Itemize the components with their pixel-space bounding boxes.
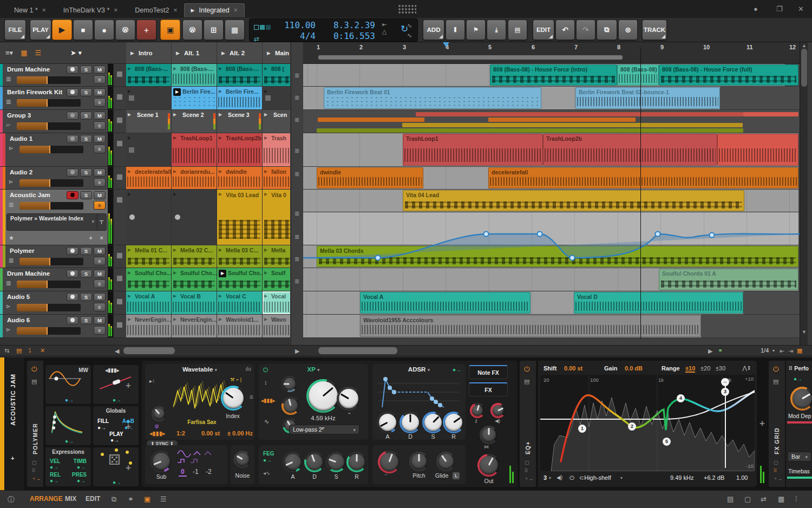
clip-slot[interactable]: ▶: [126, 87, 171, 109]
clip-play-icon[interactable]: ▶: [219, 192, 222, 197]
eq-point-2[interactable]: 2: [628, 422, 636, 431]
play-label[interactable]: PLAY: [109, 431, 123, 437]
track-name[interactable]: Berlin Firework Kit: [7, 89, 62, 95]
band-q[interactable]: 1.00: [736, 474, 748, 481]
stop-clips-button[interactable]: [113, 87, 126, 109]
clip-play-icon[interactable]: ▶: [173, 88, 181, 96]
clip-slot[interactable]: ▶ Mella 02 C...: [172, 245, 217, 268]
eq-handle-icon[interactable]: ⇔: [721, 378, 729, 386]
volume-fader[interactable]: [17, 122, 81, 130]
phase-icon[interactable]: φ: [155, 422, 159, 429]
project-tab[interactable]: New 1 * ×: [3, 3, 53, 17]
play-route-icon[interactable]: ●→: [110, 437, 119, 443]
feg-label[interactable]: FEG: [263, 451, 274, 457]
filter-drive-icon[interactable]: ↕: [264, 379, 267, 386]
clip-stop-icon[interactable]: [265, 95, 271, 101]
track-scene-menu-icon[interactable]: ≣: [291, 210, 303, 217]
link-icon[interactable]: ⚭: [128, 495, 134, 503]
feg-release-knob[interactable]: [346, 452, 367, 472]
arranger-clip[interactable]: [416, 112, 743, 116]
undo-icon[interactable]: ↶: [555, 19, 575, 40]
mute-button[interactable]: M: [94, 66, 106, 74]
filter-keytrack-icon[interactable]: ◂▮▮▮▸: [261, 398, 276, 403]
range-30[interactable]: ±30: [716, 365, 725, 372]
spectrum-icon[interactable]: ılıı: [245, 366, 251, 372]
record-arm-button[interactable]: [67, 247, 78, 255]
clip-play-icon[interactable]: ▶: [219, 169, 222, 174]
volume-fader[interactable]: [17, 99, 81, 107]
clip-slot[interactable]: ▶ Vocal C: [217, 291, 262, 314]
grid-view-icon[interactable]: ▦: [21, 49, 27, 57]
zoom-next-icon[interactable]: ⇥: [788, 348, 793, 355]
range-20[interactable]: ±20: [700, 365, 710, 372]
rel-label[interactable]: REL: [50, 472, 61, 478]
volume-fader[interactable]: [19, 179, 83, 187]
mod-expressions-cell[interactable]: Expressions VEL TIMB ●→ ●→ REL PRES ●→ ●…: [45, 447, 91, 486]
chevron-down-icon[interactable]: ▾: [620, 476, 623, 480]
mod-globals-cell[interactable]: Globals FILL ●→ A◆B ●→ PLAY ●→: [93, 406, 139, 445]
list-edit-icon[interactable]: ▤: [16, 347, 22, 354]
play-menu-button[interactable]: PLAY: [30, 19, 51, 40]
pin-icon[interactable]: ⊤: [97, 214, 106, 230]
clip-slot[interactable]: ▶ Scene 1: [126, 110, 171, 133]
filter-cutoff-knob[interactable]: [306, 379, 340, 413]
record-arm-button[interactable]: [67, 293, 78, 301]
stop-clips-button[interactable]: [113, 64, 126, 86]
fill-button-icon[interactable]: ▦: [225, 19, 245, 40]
clip-slot[interactable]: ▶ dwindle: [217, 167, 262, 189]
track-menu-button[interactable]: TRACK: [642, 19, 667, 40]
flag-icon[interactable]: ⚑: [466, 19, 486, 40]
clip-play-icon[interactable]: ▶: [128, 294, 131, 298]
zoom-prev-icon[interactable]: ⇤: [780, 348, 784, 355]
remote-controls-icon[interactable]: ▢: [32, 460, 37, 465]
amp-decay-knob[interactable]: [400, 412, 421, 433]
arranger-clip[interactable]: 808 (Bass-08): [617, 64, 659, 86]
clip-play-icon[interactable]: ▶: [264, 317, 267, 322]
clip-slot[interactable]: ▶: [263, 87, 290, 109]
arranger-clip[interactable]: [317, 128, 743, 133]
arranger-clip[interactable]: Berlin Firework Beat 02-bounce-1: [575, 87, 720, 109]
crossfade-arrows-icon[interactable]: ⇄: [254, 35, 277, 43]
track-name[interactable]: Audio 1: [10, 135, 32, 142]
wavetable-index-knob[interactable]: [221, 386, 246, 411]
track-scene-menu-icon[interactable]: ≣: [291, 233, 303, 240]
clip-slot[interactable]: ▶ Scene 2: [172, 110, 217, 133]
feg-sustain-knob[interactable]: [326, 452, 346, 472]
mod-random-cell[interactable]: ⚄ ●→: [93, 447, 139, 486]
mute-button[interactable]: M: [94, 191, 106, 199]
keytrack-toggle-icons[interactable]: ⚒ ⌁ |: [230, 377, 241, 382]
osc-type-select[interactable]: Wavetable: [182, 366, 213, 373]
sub-oct-2[interactable]: -2: [206, 468, 212, 476]
filter-drive-knob[interactable]: [281, 376, 298, 392]
band-count[interactable]: 3: [543, 474, 547, 481]
scroll-left-icon[interactable]: ◀: [115, 348, 119, 355]
sub-knob[interactable]: [150, 451, 172, 472]
filter-env-icon[interactable]: ∿: [264, 418, 269, 425]
edit-menu-button[interactable]: EDIT: [533, 19, 554, 40]
device-panel-toggle-icon[interactable]: ▣: [144, 495, 150, 503]
vertical-scrollbar[interactable]: ▲ ▼: [800, 42, 808, 345]
record-arm-button[interactable]: [67, 135, 78, 143]
clip-queue-button[interactable]: ≡: [94, 279, 106, 288]
automation-star-icon[interactable]: ★: [9, 235, 14, 242]
arranger-clip[interactable]: TrashLoop2b: [543, 134, 717, 166]
clip-play-icon[interactable]: ▶: [219, 135, 222, 140]
record-arm-button[interactable]: [67, 112, 78, 120]
volume-fader[interactable]: [19, 146, 83, 153]
clip-slot[interactable]: ▶ deceleratefall: [126, 167, 171, 189]
output-knob[interactable]: [477, 454, 500, 477]
pres-route-icon[interactable]: ●→: [77, 478, 86, 484]
track-name[interactable]: Acoustic Jam: [10, 192, 50, 198]
pan-knob[interactable]: [480, 426, 498, 444]
clip-play-icon[interactable]: ▶: [264, 270, 267, 275]
mod-route-icon[interactable]: ●→: [794, 376, 802, 382]
visible-range-bar[interactable]: [318, 55, 623, 60]
track-scene-menu-icon[interactable]: ≣: [291, 171, 303, 178]
play-small-icon[interactable]: ▶: [708, 348, 712, 355]
band-type-select[interactable]: ⊂High-shelf: [579, 474, 611, 481]
clip-play-icon[interactable]: ▶: [173, 169, 176, 174]
link-zoom-icon[interactable]: ⚭: [718, 347, 723, 354]
amp-release-knob[interactable]: [443, 412, 464, 433]
browser-panel-icon[interactable]: ▤: [727, 495, 734, 503]
clip-slot[interactable]: ▶ 808 (Bass-...: [126, 64, 171, 86]
